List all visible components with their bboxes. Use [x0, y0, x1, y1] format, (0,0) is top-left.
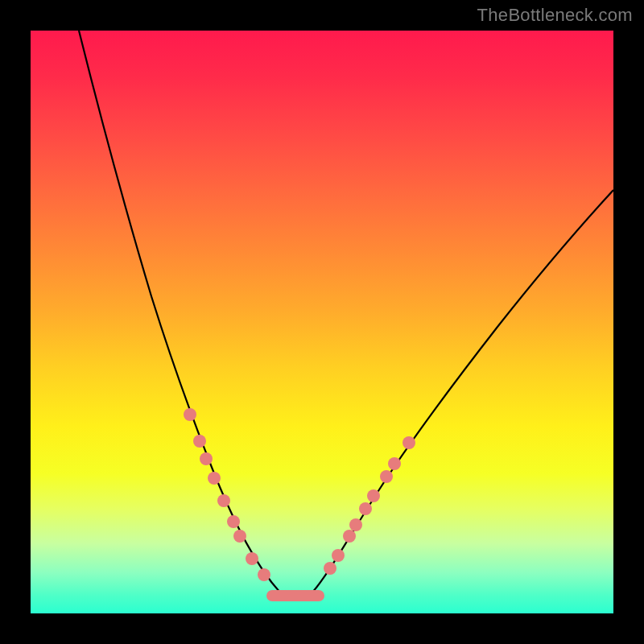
svg-point-9: [324, 562, 336, 575]
svg-point-12: [349, 518, 362, 531]
svg-point-15: [380, 470, 393, 483]
svg-point-1: [193, 435, 206, 448]
svg-point-17: [402, 436, 415, 449]
svg-point-6: [233, 530, 246, 543]
svg-point-2: [200, 452, 213, 465]
marker-dots: [184, 408, 415, 581]
svg-point-16: [388, 457, 401, 470]
svg-point-10: [332, 549, 345, 562]
svg-point-14: [367, 489, 380, 502]
svg-point-7: [246, 552, 258, 565]
watermark-text: TheBottleneck.com: [477, 5, 633, 26]
svg-point-3: [208, 472, 221, 485]
svg-point-13: [359, 502, 372, 515]
svg-point-5: [227, 515, 240, 528]
svg-point-4: [217, 494, 230, 507]
plot-area: [31, 31, 613, 613]
svg-point-8: [258, 568, 270, 581]
bottleneck-curve: [79, 31, 613, 597]
curve-svg: [31, 31, 613, 613]
svg-point-0: [184, 408, 196, 421]
chart-frame: TheBottleneck.com: [0, 0, 644, 644]
svg-point-11: [343, 530, 356, 543]
